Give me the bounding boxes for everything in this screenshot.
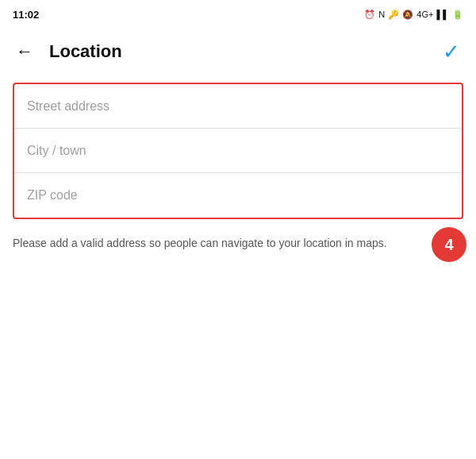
toolbar: ← Location ✓ [0, 29, 476, 75]
step-badge: 4 [432, 227, 466, 262]
street-address-input[interactable] [27, 99, 449, 114]
status-bar: 11:02 ⏰ N 🔑 🔕 4G+ ▌▌ 🔋 [0, 0, 476, 29]
info-text: Please add a valid address so people can… [13, 235, 463, 252]
page-title: Location [49, 41, 443, 62]
alarm-icon: ⏰ [364, 10, 375, 20]
battery-icon: 🔋 [452, 10, 463, 20]
status-icons: ⏰ N 🔑 🔕 4G+ ▌▌ 🔋 [364, 10, 463, 20]
back-button[interactable]: ← [16, 43, 33, 60]
mute-icon: 🔕 [402, 10, 413, 20]
signal-bars-icon: ▌▌ [436, 10, 449, 19]
info-area: Please add a valid address so people can… [13, 235, 463, 252]
street-address-field[interactable] [14, 84, 462, 129]
status-time: 11:02 [13, 9, 39, 21]
confirm-button[interactable]: ✓ [443, 40, 460, 64]
n-icon: N [378, 10, 385, 19]
zip-code-input[interactable] [27, 188, 449, 202]
key-icon: 🔑 [388, 10, 399, 20]
city-town-field[interactable] [14, 129, 462, 173]
city-town-input[interactable] [27, 144, 449, 158]
zip-code-field[interactable] [14, 173, 462, 218]
signal-text: 4G+ [416, 10, 433, 19]
address-form [13, 83, 463, 219]
